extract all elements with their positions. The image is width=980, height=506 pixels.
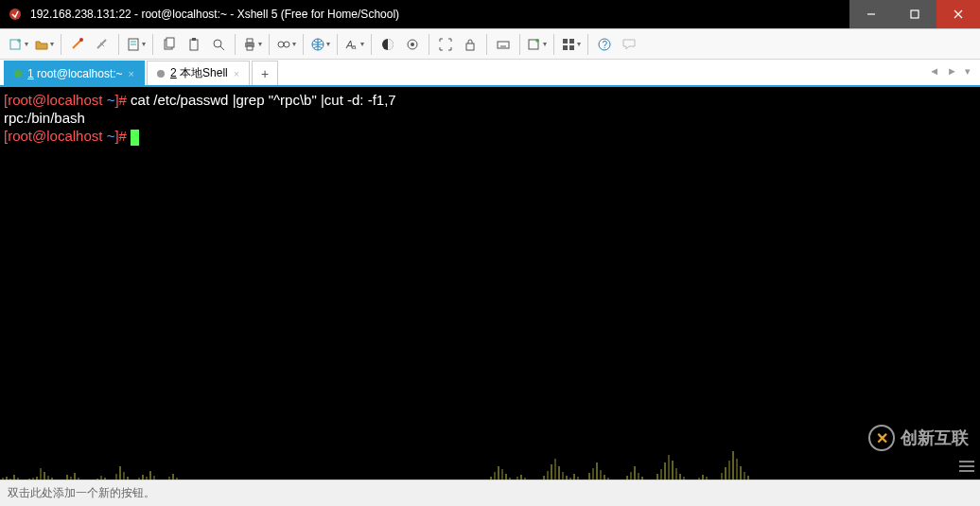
- svg-rect-8: [192, 38, 196, 41]
- lock-button[interactable]: [458, 32, 482, 57]
- terminal[interactable]: [root@localhost ~]# cat /etc/passwd |gre…: [0, 87, 980, 480]
- minimize-button[interactable]: [849, 0, 893, 28]
- watermark-icon: ✕: [868, 425, 895, 451]
- terminal-line: [root@localhost ~]# cat /etc/passwd |gre…: [4, 91, 976, 109]
- terminal-line: [root@localhost ~]#: [4, 127, 976, 146]
- app-icon: [8, 7, 23, 22]
- tab-add-button[interactable]: +: [252, 61, 278, 85]
- svg-rect-1: [911, 10, 919, 18]
- color-scheme-button[interactable]: [376, 32, 400, 57]
- fullscreen-button[interactable]: [433, 32, 458, 57]
- paste-button[interactable]: [182, 32, 206, 57]
- window-title: 192.168.238.131:22 - root@localhost:~ - …: [30, 8, 849, 21]
- titlebar: 192.168.238.131:22 - root@localhost:~ - …: [0, 0, 980, 28]
- svg-rect-25: [569, 39, 574, 44]
- help-button[interactable]: ?: [592, 32, 617, 57]
- tab-close-icon[interactable]: ×: [234, 68, 239, 79]
- status-dot-icon: [14, 70, 22, 78]
- svg-point-3: [79, 38, 83, 42]
- keyboard-button[interactable]: [491, 32, 516, 57]
- svg-point-9: [214, 40, 221, 47]
- svg-rect-12: [247, 46, 253, 50]
- svg-rect-11: [247, 39, 253, 43]
- copy-button[interactable]: [157, 32, 182, 57]
- svg-point-0: [9, 9, 21, 20]
- window-controls: [849, 0, 980, 28]
- transfer-button[interactable]: ▾: [273, 32, 299, 57]
- highlight-button[interactable]: [400, 32, 425, 57]
- tab-close-icon[interactable]: ×: [129, 68, 134, 79]
- svg-rect-7: [190, 40, 198, 50]
- watermark-text: 创新互联: [901, 429, 969, 447]
- tab-scroll-right[interactable]: ►: [943, 63, 961, 79]
- svg-text:a: a: [352, 43, 357, 51]
- svg-rect-6: [166, 38, 174, 47]
- svg-rect-27: [569, 45, 574, 50]
- svg-point-13: [278, 42, 284, 47]
- new-session-button[interactable]: ▾: [6, 32, 31, 57]
- reconnect-button[interactable]: [65, 32, 90, 57]
- tab-scroll: ◄ ► ▾: [925, 63, 974, 79]
- tab-scroll-left[interactable]: ◄: [925, 63, 943, 79]
- disconnect-button[interactable]: [90, 32, 114, 57]
- font-button[interactable]: Aa▾: [341, 32, 367, 57]
- svg-point-20: [411, 43, 414, 46]
- svg-rect-26: [563, 45, 568, 50]
- find-button[interactable]: [206, 32, 231, 57]
- menu-icon[interactable]: [959, 461, 974, 472]
- watermark: ✕ 创新互联: [868, 425, 969, 451]
- tab-session-2[interactable]: 2 本地Shell ×: [147, 61, 250, 85]
- svg-text:?: ?: [603, 40, 608, 50]
- status-dot-icon: [157, 70, 165, 78]
- svg-rect-22: [498, 42, 509, 48]
- open-button[interactable]: ▾: [31, 32, 57, 57]
- toolbar: ▾ ▾ ▾ ▾ ▾ ▾ Aa▾ ▾ ▾ ?: [0, 28, 980, 60]
- new-window-button[interactable]: ▾: [524, 32, 550, 57]
- maximize-button[interactable]: [893, 0, 936, 28]
- tabstrip: 1 root@localhost:~ × 2 本地Shell × + ◄ ► ▾: [0, 60, 980, 87]
- statusbar: 双击此处添加一个新的按钮。: [0, 480, 980, 506]
- statusbar-hint: 双击此处添加一个新的按钮。: [8, 485, 155, 501]
- tab-list-button[interactable]: ▾: [961, 63, 974, 79]
- terminal-output: rpc:/bin/bash: [4, 109, 976, 127]
- svg-rect-21: [466, 44, 474, 50]
- equalizer-decoration: [0, 432, 980, 480]
- tab-label: 1 root@localhost:~: [27, 67, 123, 80]
- layout-button[interactable]: ▾: [558, 32, 584, 57]
- close-button[interactable]: [936, 0, 980, 28]
- properties-button[interactable]: ▾: [123, 32, 149, 57]
- globe-button[interactable]: ▾: [307, 32, 333, 57]
- cursor-icon: [131, 130, 139, 146]
- print-button[interactable]: ▾: [239, 32, 265, 57]
- tab-label: 2 本地Shell: [170, 65, 228, 81]
- svg-rect-24: [563, 39, 568, 44]
- tab-session-1[interactable]: 1 root@localhost:~ ×: [4, 61, 145, 85]
- svg-point-14: [284, 42, 289, 47]
- chat-button[interactable]: [617, 32, 641, 57]
